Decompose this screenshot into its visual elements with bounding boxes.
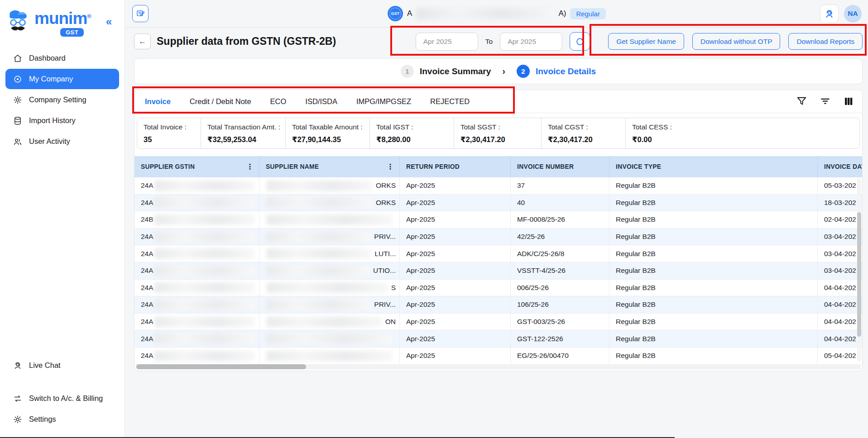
summary-card-value: ₹8,280.00: [376, 135, 454, 144]
date-from-input[interactable]: Apr 2025: [416, 33, 478, 51]
supplier-name-visible-tail: ORKS: [376, 181, 396, 190]
users-icon: [13, 137, 22, 146]
kebab-menu-icon[interactable]: ⋮: [387, 163, 394, 171]
cell-invoice-number: 006/25-26: [510, 280, 609, 297]
back-button[interactable]: ←: [134, 33, 151, 49]
sidebar-item-import-history[interactable]: Import History: [5, 110, 119, 131]
cell-return-period: Apr-2025: [399, 314, 510, 331]
stepper: 1Invoice Summary›2Invoice Details: [134, 58, 863, 84]
cell-invoice-type: Regular B2B: [609, 229, 817, 246]
tab-credit-debit-note[interactable]: Credit / Debit Note: [180, 90, 261, 113]
gstin-visible-text: 24A: [141, 199, 153, 207]
sidebar-item-dashboard[interactable]: Dashboard: [5, 48, 119, 68]
sidebar-footer-label: Live Chat: [29, 361, 61, 370]
vertical-scrollbar-thumb[interactable]: [857, 212, 861, 337]
cell-supplier-gstin: 24A: [134, 348, 259, 365]
stepper-chevron-icon: ›: [502, 66, 505, 76]
step-number-1[interactable]: 1: [401, 65, 414, 78]
date-range-to-label: To: [485, 38, 493, 46]
step-label-invoice-details[interactable]: Invoice Details: [536, 67, 596, 76]
gstin-redacted-blur: [154, 248, 254, 259]
sidebar-item-user-activity[interactable]: User Activity: [5, 131, 119, 152]
supplier-name-visible-tail: ORKS: [376, 199, 396, 207]
table-row[interactable]: 24AORKSApr-202537Regular B2B05-03-202: [134, 177, 862, 195]
column-header-label: RETURN PERIOD: [406, 163, 460, 170]
step-label-invoice-summary[interactable]: Invoice Summary: [420, 67, 491, 76]
munim-mascot-icon: [5, 7, 32, 35]
step-number-2[interactable]: 2: [517, 65, 530, 78]
summary-card-label: Total Invoice :: [144, 123, 201, 131]
gstin-visible-text: 24A: [141, 250, 153, 258]
cell-return-period: Apr-2025: [399, 348, 510, 365]
summary-card-label: Total IGST :: [376, 123, 454, 131]
column-header-label: SUPPLIER NAME: [266, 163, 319, 170]
download-reports-button[interactable]: Download Reports: [788, 33, 863, 50]
summary-card-value: ₹0.00: [632, 135, 859, 144]
sidebar-footer-item-settings[interactable]: Settings: [5, 409, 119, 429]
sidebar-footer-item-live-chat[interactable]: Live Chat: [5, 355, 119, 376]
cell-return-period: Apr-2025: [399, 296, 510, 314]
horizontal-scrollbar-thumb[interactable]: [136, 364, 306, 369]
supplier-name-visible-tail: LUTI...: [374, 250, 396, 258]
cell-supplier-gstin: 24A: [134, 229, 259, 246]
tab-rejected[interactable]: REJECTED: [421, 90, 479, 113]
tab-eco[interactable]: ECO: [261, 90, 296, 113]
table-row[interactable]: 24ASApr-2025006/25-26Regular B2B04-04-20…: [134, 280, 862, 297]
cell-invoice-date: 03-04-202: [817, 245, 862, 262]
cell-supplier-gstin: 24B: [134, 211, 259, 229]
tab-isd-isda[interactable]: ISD/ISDA: [296, 90, 347, 113]
date-to-input[interactable]: Apr 2025: [500, 33, 562, 51]
sidebar-footer-label: Settings: [29, 415, 56, 424]
gstin-visible-text: 24A: [141, 318, 153, 326]
supplier-name-redacted-blur: [267, 181, 373, 191]
download-without-otp-button[interactable]: Download without OTP: [692, 33, 781, 50]
table-row[interactable]: 24ALUTI...Apr-2025ADK/C/25-26/8Regular B…: [134, 245, 862, 262]
gear-icon: [13, 95, 22, 105]
cell-invoice-number: 37: [510, 177, 609, 195]
table-row[interactable]: 24APRIV...Apr-202542/25-26Regular B2B03-…: [134, 229, 862, 246]
supplier-name-redacted-blur: [267, 232, 371, 242]
cell-invoice-number: GST-003/25-26: [510, 314, 609, 331]
table-row[interactable]: 24AApr-2025EG/25-26/00470Regular B2B05-0…: [134, 348, 862, 365]
tab-invoice[interactable]: Invoice: [135, 90, 180, 113]
columns-icon[interactable]: [843, 96, 854, 107]
invoice-details-card: InvoiceCredit / Debit NoteECOISD/ISDAIMP…: [134, 90, 863, 371]
table-row[interactable]: 24APRIV...Apr-2025106/25-26Regular B2B04…: [134, 296, 862, 314]
kebab-menu-icon[interactable]: ⋮: [246, 163, 254, 171]
sidebar-item-company-setting[interactable]: Company Setting: [5, 90, 119, 110]
tab-impg-impgsez[interactable]: IMPG/IMPGSEZ: [347, 90, 421, 113]
cell-supplier-name: [259, 348, 399, 365]
cell-invoice-type: Regular B2B: [609, 280, 817, 297]
supplier-name-visible-tail: S: [391, 284, 396, 292]
cell-invoice-number: MF-0008/25-26: [510, 211, 609, 229]
sidebar-collapse-icon[interactable]: «: [106, 15, 112, 28]
sidebar-footer-item-switch-to-a-c-billing[interactable]: Switch to A/c. & Billing: [5, 388, 119, 409]
table-row[interactable]: 24AONApr-2025GST-003/25-26Regular B2B04-…: [134, 314, 862, 331]
cell-invoice-number: 40: [510, 195, 609, 212]
cell-supplier-gstin: 24A: [134, 330, 259, 348]
filter-funnel-icon[interactable]: [796, 95, 807, 107]
table-row[interactable]: 24AApr-2025GST-122-2526Regular B2B04-04-…: [134, 330, 862, 348]
sidebar-item-my-company[interactable]: My Company: [5, 69, 119, 89]
get-supplier-name-button[interactable]: Get Supplier Name: [608, 33, 684, 50]
support-agent-button[interactable]: [820, 5, 839, 23]
cell-supplier-gstin: 24A: [134, 296, 259, 314]
gstin-redacted-blur: [154, 317, 254, 327]
table-row[interactable]: 24BApr-2025MF-0008/25-26Regular B2B02-04…: [134, 211, 862, 229]
table-row[interactable]: 24AORKSApr-202540Regular B2B18-03-202: [134, 195, 862, 212]
filter-lines-icon[interactable]: [820, 95, 831, 107]
gstin-visible-text: 24A: [141, 284, 153, 292]
user-avatar[interactable]: NA: [844, 5, 862, 23]
column-header-label: INVOICE NUMBER: [517, 163, 574, 170]
table-row[interactable]: 24AUTIO...Apr-2025VSSTT-4/25-26Regular B…: [134, 262, 862, 280]
summary-card-total-taxable-amount: Total Taxable Amount :₹27,90,144.35: [285, 118, 369, 148]
cell-invoice-number: 42/25-26: [510, 229, 609, 246]
compose-note-button[interactable]: [132, 5, 149, 22]
summary-card-total-cgst: Total CGST :₹2,30,417.20: [541, 118, 625, 148]
refresh-button[interactable]: [570, 32, 590, 51]
cell-supplier-name: UTIO...: [259, 262, 399, 280]
summary-card-label: Total SGST :: [460, 123, 541, 131]
gstin-visible-text: 24A: [141, 352, 153, 360]
cell-invoice-type: Regular B2B: [609, 348, 817, 365]
cell-invoice-type: Regular B2B: [609, 195, 817, 212]
